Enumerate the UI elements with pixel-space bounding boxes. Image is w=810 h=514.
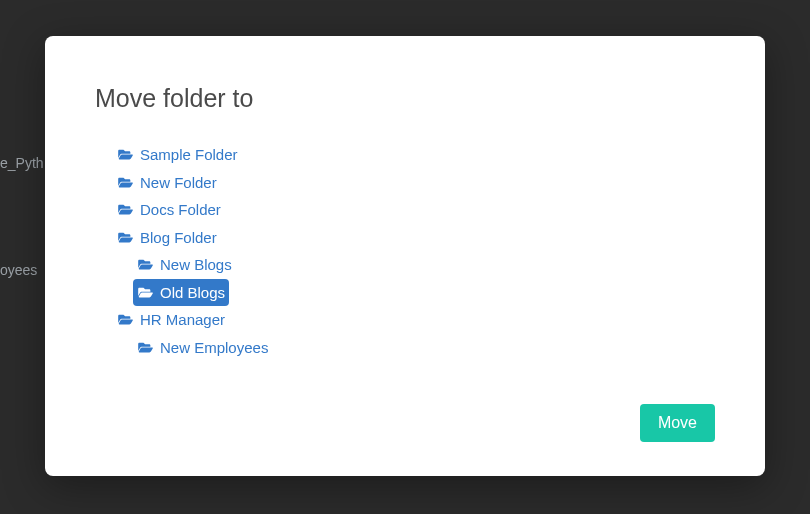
- folder-open-icon: [137, 258, 154, 271]
- tree-node-label: Old Blogs: [160, 283, 225, 303]
- folder-tree: Sample FolderNew FolderDocs FolderBlog F…: [95, 141, 715, 361]
- tree-node-label: New Employees: [160, 338, 268, 358]
- tree-node-docs-folder[interactable]: Docs Folder: [113, 196, 225, 224]
- background-text-2: oyees: [0, 262, 37, 278]
- folder-open-icon: [137, 286, 154, 299]
- tree-node-hr-manager[interactable]: HR Manager: [113, 306, 229, 334]
- tree-node-label: New Blogs: [160, 255, 232, 275]
- modal-footer: Move: [640, 404, 715, 442]
- modal-title: Move folder to: [95, 84, 715, 113]
- folder-open-icon: [117, 231, 134, 244]
- move-folder-modal: Move folder to Sample FolderNew FolderDo…: [45, 36, 765, 476]
- move-button[interactable]: Move: [640, 404, 715, 442]
- tree-node-label: HR Manager: [140, 310, 225, 330]
- tree-node-new-employees[interactable]: New Employees: [133, 334, 272, 362]
- tree-node-new-folder[interactable]: New Folder: [113, 169, 221, 197]
- folder-open-icon: [117, 203, 134, 216]
- tree-node-label: Docs Folder: [140, 200, 221, 220]
- tree-node-label: New Folder: [140, 173, 217, 193]
- tree-node-blog-folder[interactable]: Blog Folder: [113, 224, 221, 252]
- tree-node-label: Blog Folder: [140, 228, 217, 248]
- folder-open-icon: [117, 176, 134, 189]
- folder-open-icon: [117, 313, 134, 326]
- folder-open-icon: [137, 341, 154, 354]
- folder-open-icon: [117, 148, 134, 161]
- tree-node-new-blogs[interactable]: New Blogs: [133, 251, 236, 279]
- tree-node-sample-folder[interactable]: Sample Folder: [113, 141, 242, 169]
- tree-node-old-blogs[interactable]: Old Blogs: [133, 279, 229, 307]
- tree-node-label: Sample Folder: [140, 145, 238, 165]
- background-text-1: e_Pyth: [0, 155, 44, 171]
